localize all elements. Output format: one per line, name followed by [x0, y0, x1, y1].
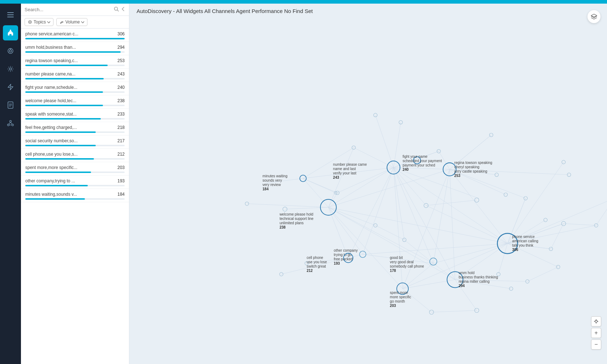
topic-count: 217	[117, 138, 125, 143]
topic-bar-bg	[25, 158, 125, 160]
volume-filter[interactable]: Volume	[56, 18, 87, 26]
home-icon[interactable]	[3, 25, 18, 40]
svg-rect-22	[129, 57, 607, 328]
topic-count: 193	[117, 178, 125, 183]
main-content: AutoDiscovery - All Widgets All Channels…	[129, 4, 607, 364]
map-controls: + −	[591, 316, 601, 350]
svg-text:203: 203	[390, 304, 396, 308]
settings-icon[interactable]	[3, 61, 18, 77]
svg-point-7	[9, 68, 12, 70]
topic-count: 218	[117, 125, 125, 130]
topic-name: minutes waiting,sounds v...	[25, 192, 115, 197]
list-item[interactable]: minutes waiting,sounds v... 184	[21, 189, 129, 202]
list-item[interactable]: fight your name,schedule... 240	[21, 82, 129, 95]
svg-text:minutes waiting: minutes waiting	[263, 174, 288, 178]
list-item[interactable]: other company,trying to ... 193	[21, 176, 129, 189]
svg-text:talk you think: talk you think	[512, 243, 534, 247]
topic-bar	[25, 131, 96, 133]
zoom-out-button[interactable]: −	[591, 339, 601, 350]
svg-text:184: 184	[263, 187, 269, 191]
topic-bar-bg	[25, 78, 125, 79]
list-item[interactable]: feel free,getting charged,... 218	[21, 122, 129, 135]
volume-label: Volume	[65, 20, 80, 25]
menu-icon[interactable]	[3, 7, 18, 22]
svg-text:business thanks thinking: business thanks thinking	[459, 275, 498, 279]
topics-list: phone service,american c... 306 umm hold…	[21, 29, 129, 364]
zoom-in-button[interactable]: +	[591, 328, 601, 338]
topic-bar	[25, 38, 125, 39]
topic-name: other company,trying to ...	[25, 178, 115, 183]
svg-point-14	[12, 124, 14, 126]
network-icon[interactable]	[3, 116, 18, 131]
layers-button[interactable]	[587, 10, 600, 23]
svg-text:american calling: american calling	[512, 239, 538, 243]
plus-icon: +	[594, 330, 598, 336]
list-item[interactable]: welcome please hold,tec... 238	[21, 95, 129, 109]
svg-text:switch great: switch great	[307, 264, 326, 268]
topic-bar	[25, 185, 88, 186]
svg-text:go month: go month	[390, 299, 405, 303]
analytics-icon[interactable]	[3, 43, 18, 58]
svg-rect-1	[7, 14, 14, 15]
topic-bar-bg	[25, 185, 125, 186]
list-item[interactable]: cell phone,use you lose,s... 212	[21, 149, 129, 162]
topic-count: 294	[117, 45, 125, 50]
search-input[interactable]	[25, 7, 112, 12]
topic-count: 306	[117, 31, 125, 36]
svg-text:name and last: name and last	[333, 167, 356, 171]
topic-bar-bg	[25, 51, 125, 53]
topic-bar	[25, 105, 103, 106]
topic-bar-bg	[25, 38, 125, 39]
topic-name: regina towson speaking,c...	[25, 58, 115, 63]
topic-name: speak with someone,stat...	[25, 112, 115, 117]
topic-name: phone service,american c...	[25, 31, 115, 36]
locate-button[interactable]	[591, 316, 601, 326]
topic-bar	[25, 145, 96, 146]
lightning-icon[interactable]	[3, 79, 18, 95]
list-item[interactable]: regina towson speaking,c... 253	[21, 55, 129, 69]
svg-text:240: 240	[402, 168, 409, 172]
topic-bar	[25, 51, 121, 53]
svg-text:294: 294	[459, 284, 465, 288]
svg-text:212: 212	[307, 269, 313, 273]
svg-text:scheduled your payment: scheduled your payment	[402, 159, 442, 163]
filter-bar: Topics Volume	[21, 16, 129, 29]
topics-filter[interactable]: Topics	[25, 18, 53, 26]
svg-point-12	[10, 121, 12, 122]
document-icon[interactable]	[3, 98, 18, 113]
list-item[interactable]: umm hold,business than... 294	[21, 42, 129, 55]
topic-bar-bg	[25, 198, 125, 200]
svg-text:sounds very: sounds very	[263, 178, 282, 182]
topic-bar-bg	[25, 65, 125, 66]
svg-text:306: 306	[512, 248, 518, 252]
svg-text:unlimited plans: unlimited plans	[280, 221, 304, 225]
svg-text:jerry castle speaking: jerry castle speaking	[454, 169, 487, 173]
svg-text:payment your sched: payment your sched	[402, 163, 435, 167]
collapse-icon[interactable]	[121, 6, 125, 13]
topic-name: welcome please hold,tec...	[25, 98, 115, 103]
topic-bar	[25, 118, 101, 120]
topic-name: cell phone,use you lose,s...	[25, 152, 115, 157]
svg-text:very good deal: very good deal	[390, 260, 414, 264]
graph-container[interactable]: number please came name and last verify …	[129, 22, 607, 364]
svg-text:very review: very review	[263, 183, 281, 187]
topic-name: fight your name,schedule...	[25, 85, 115, 90]
search-icon[interactable]	[114, 6, 119, 13]
svg-text:238: 238	[280, 225, 286, 229]
svg-text:cell phone: cell phone	[307, 256, 323, 260]
svg-point-3	[10, 30, 11, 31]
svg-text:regina miller calling: regina miller calling	[459, 280, 490, 283]
topic-bar-bg	[25, 145, 125, 146]
topic-bar	[25, 91, 103, 93]
svg-line-16	[10, 122, 12, 125]
svg-line-15	[9, 122, 10, 125]
svg-text:good bit: good bit	[390, 256, 403, 260]
topic-count: 238	[117, 98, 125, 103]
list-item[interactable]: phone service,american c... 306	[21, 29, 129, 42]
list-item[interactable]: number please came,na... 243	[21, 69, 129, 82]
list-item[interactable]: speak with someone,stat... 233	[21, 109, 129, 122]
topic-name: feel free,getting charged,...	[25, 125, 115, 130]
list-item[interactable]: social security number,so... 217	[21, 135, 129, 149]
svg-line-19	[117, 10, 119, 12]
list-item[interactable]: spent more,more specific... 203	[21, 162, 129, 176]
